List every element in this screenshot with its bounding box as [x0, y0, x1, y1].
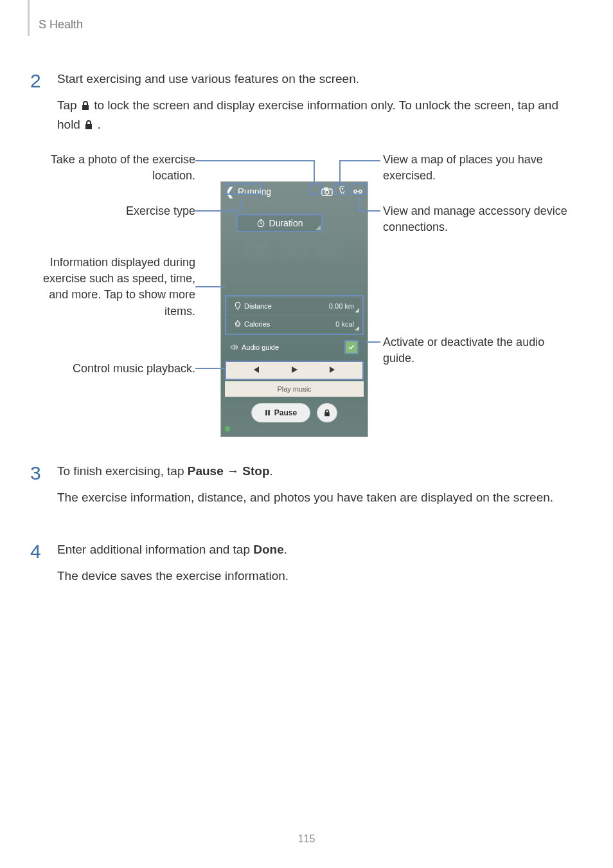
- step-number-2: 2: [30, 69, 57, 141]
- page-header: S Health: [39, 18, 83, 32]
- header-rule: [28, 0, 30, 36]
- gps-indicator: [225, 426, 368, 431]
- step-2-line1: Start exercising and use various feature…: [57, 69, 574, 88]
- back-icon[interactable]: ❮: [225, 185, 234, 199]
- distance-icon: [235, 302, 241, 310]
- step-number-3: 3: [30, 462, 57, 515]
- lock-icon: [84, 116, 94, 127]
- pause-icon: [265, 410, 271, 416]
- flame-icon: [235, 320, 241, 328]
- svg-point-3: [342, 188, 344, 190]
- callout-photo: Take a photo of the exercise location.: [30, 152, 195, 184]
- stopwatch-icon: [256, 219, 265, 228]
- diagram: ❮ Running Duration 00:00:00: [30, 147, 589, 442]
- step-number-4: 4: [30, 540, 57, 593]
- camera-icon[interactable]: [321, 186, 333, 197]
- gps-dot-icon: [225, 426, 230, 431]
- step-4: 4 Enter additional information and tap D…: [30, 540, 327, 593]
- step-3-line1: To finish exercising, tap Pause → Stop.: [57, 462, 553, 480]
- step-4-line2: The device saves the exercise informatio…: [57, 566, 289, 585]
- screenshot-topbar: ❮ Running: [221, 182, 368, 201]
- step-2-line2: Tap to lock the screen and display exerc…: [57, 96, 574, 134]
- map-pin-icon[interactable]: [339, 186, 346, 195]
- calories-row[interactable]: Calories 0 kcal: [228, 316, 360, 332]
- callout-exercise-type: Exercise type: [30, 203, 195, 219]
- lock-icon: [323, 408, 331, 417]
- step-2-body: Start exercising and use various feature…: [57, 69, 613, 141]
- timer-display-blurred: 00:00:00: [221, 237, 368, 264]
- lock-button[interactable]: [317, 403, 337, 422]
- link-icon[interactable]: [352, 186, 364, 197]
- distance-row[interactable]: Distance 0.00 km: [228, 298, 360, 314]
- pause-button[interactable]: Pause: [251, 403, 310, 422]
- step-3: 3 To finish exercising, tap Pause → Stop…: [30, 462, 592, 515]
- callout-audio: Activate or deactivate the audio guide.: [383, 334, 576, 366]
- next-track-icon[interactable]: [329, 366, 337, 375]
- page-number: 115: [0, 833, 613, 845]
- step-4-body: Enter additional information and tap Don…: [57, 540, 327, 593]
- callout-map: View a map of places you have exercised.: [383, 152, 576, 184]
- callout-playback: Control music playback.: [30, 361, 195, 377]
- prev-track-icon[interactable]: [252, 366, 260, 375]
- info-panel[interactable]: Distance 0.00 km Calories 0 kcal: [225, 295, 364, 335]
- audio-guide-checkbox[interactable]: [344, 340, 359, 354]
- svg-point-1: [325, 190, 329, 194]
- svg-rect-5: [265, 410, 267, 415]
- audio-guide-row[interactable]: Audio guide: [225, 335, 364, 359]
- lock-icon: [80, 97, 91, 107]
- exercise-title: Running: [238, 186, 271, 197]
- step-2: 2 Start exercising and use various featu…: [30, 69, 613, 141]
- callout-accessory: View and manage accessory device connect…: [383, 203, 576, 235]
- play-icon[interactable]: [290, 366, 298, 375]
- phone-screenshot: ❮ Running Duration 00:00:00: [220, 181, 368, 437]
- music-player[interactable]: [225, 361, 364, 380]
- speaker-icon: [230, 343, 238, 351]
- step-4-line1: Enter additional information and tap Don…: [57, 540, 289, 559]
- play-music-label: Play music: [225, 381, 364, 397]
- callout-info: Information displayed during exercise su…: [30, 255, 195, 320]
- step-3-body: To finish exercising, tap Pause → Stop. …: [57, 462, 592, 515]
- step-3-line2: The exercise information, distance, and …: [57, 488, 553, 507]
- duration-selector[interactable]: Duration: [236, 214, 323, 232]
- svg-rect-6: [268, 410, 270, 415]
- arrow-right-icon: →: [227, 464, 242, 478]
